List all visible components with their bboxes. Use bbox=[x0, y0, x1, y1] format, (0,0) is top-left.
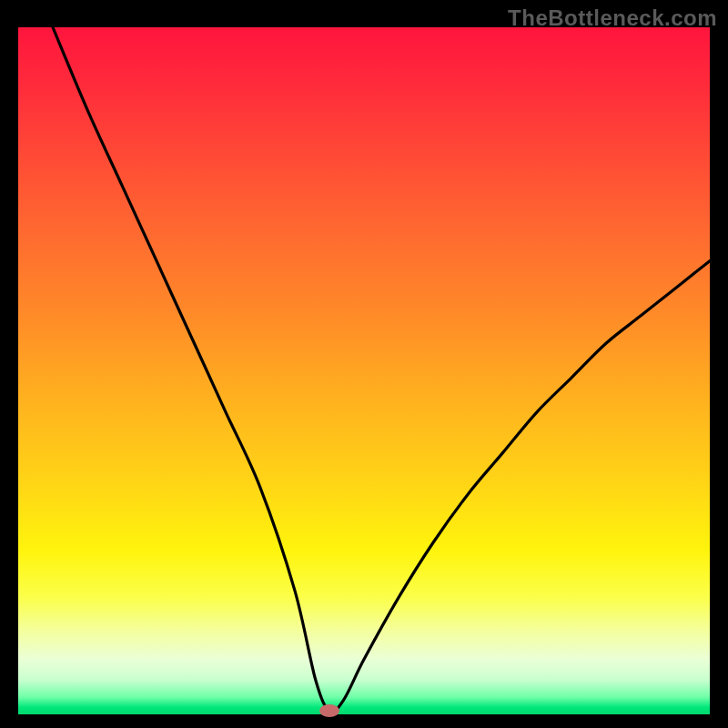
chart-container: TheBottleneck.com bbox=[0, 0, 728, 728]
gradient-background bbox=[18, 27, 710, 714]
min-point-marker bbox=[319, 704, 339, 717]
plot-area bbox=[18, 27, 710, 714]
